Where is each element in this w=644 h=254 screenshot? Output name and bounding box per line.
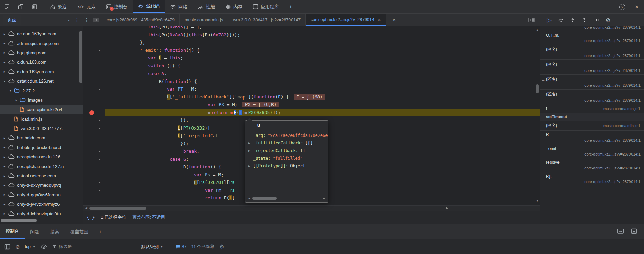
fold-gutter[interactable]: -: [95, 109, 105, 117]
code-line[interactable]: -switch (j) {: [83, 62, 540, 70]
scroll-left-icon[interactable]: ◀: [247, 197, 252, 200]
code-line[interactable]: -R(function() {: [83, 78, 540, 86]
tree-item-file[interactable]: core-optimi.kz2o4: [0, 105, 83, 114]
fold-gutter[interactable]: -: [95, 47, 105, 55]
popup-horizontal-scrollbar[interactable]: ◀ ▶: [247, 196, 327, 201]
tree-item-domain[interactable]: ▸hubble-js-bucket.nosd: [0, 143, 83, 152]
fold-gutter[interactable]: -: [95, 148, 105, 156]
tree-arrow-icon[interactable]: ▸: [2, 145, 7, 149]
editor-vertical-scrollbar[interactable]: ▲ ▼: [535, 26, 539, 205]
drawer-tab[interactable]: 覆盖范围: [65, 224, 94, 239]
tree-arrow-icon[interactable]: ▾: [2, 79, 7, 83]
tree-arrow-icon[interactable]: ▸: [2, 155, 7, 159]
tree-item-domain[interactable]: ▸only-d-gga8ys6farnnn: [0, 190, 83, 199]
log-level-selector[interactable]: 默认级别▼: [141, 244, 163, 250]
tree-arrow-icon[interactable]: ▸: [2, 174, 7, 178]
popup-property-row[interactable]: ▶_fullfilledCallback:[ƒ]: [245, 139, 328, 147]
tree-arrow-icon[interactable]: ▸: [2, 51, 7, 54]
code-line[interactable]: -var PX = M;PX = ƒ (U,R): [83, 101, 540, 109]
deactivate-breakpoints-icon[interactable]: ⊘: [603, 16, 613, 25]
pretty-print-icon[interactable]: { }: [87, 215, 95, 220]
file-tab[interactable]: music-corona.min.js: [180, 14, 228, 26]
tree-arrow-icon[interactable]: ▸: [2, 70, 7, 73]
call-stack-frame[interactable]: Rcore-optimi.kz2...js?v=2879014:1: [540, 131, 644, 144]
more-options-icon[interactable]: ⋯: [600, 4, 615, 10]
fold-gutter[interactable]: -: [95, 78, 105, 86]
tree-item-domain[interactable]: ▸hm.baidu.com: [0, 133, 83, 142]
tree-item-file[interactable]: wm.3.0.0_33d41777.: [0, 124, 83, 133]
tree-item-domain[interactable]: ▸necaptcha-nosdn.126.: [0, 152, 83, 161]
coverage-link[interactable]: 覆盖范围: 不适用: [132, 215, 165, 220]
device-toolbar-icon[interactable]: [14, 0, 28, 13]
close-tab-icon[interactable]: ×: [377, 17, 381, 22]
code-line[interactable]: -},: [83, 39, 540, 47]
call-stack-frame[interactable]: O.T..m.core-optimi.kz2...js?v=2879014:1: [540, 31, 644, 45]
file-tab[interactable]: core-optimi.kz2...n.js?v=2879014×: [306, 14, 386, 26]
tree-arrow-icon[interactable]: ▸: [2, 203, 7, 206]
fold-gutter[interactable]: -: [95, 116, 105, 124]
tree-item-domain[interactable]: ▸c.dun.163yun.com: [0, 67, 83, 76]
tree-item-domain[interactable]: ▸c.dun.163.com: [0, 57, 83, 67]
panel-tab-application[interactable]: 应用程序: [248, 0, 284, 13]
drawer-tab[interactable]: 问题: [25, 224, 45, 239]
scroll-down-icon[interactable]: ▼: [535, 199, 539, 203]
code-line[interactable]: -case A:: [83, 70, 540, 78]
panel-tab-network[interactable]: 网络: [165, 0, 193, 13]
drawer-tab[interactable]: 控制台: [0, 224, 25, 239]
step-over-icon[interactable]: [556, 16, 566, 25]
call-stack-frame[interactable]: core-optimi.kz2...js?v=2879014:1: [540, 26, 644, 31]
tree-item-domain[interactable]: ▸admin.qidian.qq.com: [0, 38, 83, 48]
inspect-icon[interactable]: [0, 0, 14, 13]
kebab-menu-icon[interactable]: ⋮: [83, 14, 90, 26]
tree-arrow-icon[interactable]: ▸: [2, 193, 7, 196]
close-devtools-icon[interactable]: ×: [629, 3, 644, 11]
scroll-up-icon[interactable]: ▲: [535, 28, 539, 32]
async-boundary-row[interactable]: setTimeout: [540, 113, 644, 121]
eye-icon[interactable]: [41, 244, 47, 249]
tree-item-domain[interactable]: ▸necaptcha.nosdn.127.n: [0, 161, 83, 171]
panel-tab-home[interactable]: 欢迎: [45, 0, 72, 13]
tree-item-domain[interactable]: ▾cstaticdun.126.net: [0, 76, 83, 86]
fold-gutter[interactable]: -: [95, 54, 105, 62]
expand-triangle-icon[interactable]: ▶: [248, 141, 253, 145]
call-stack-frame[interactable]: P.j.core-optimi.kz2...js?v=2879014:1: [540, 172, 644, 186]
fold-gutter[interactable]: -: [95, 187, 105, 195]
call-stack-frame[interactable]: (匿名)music-corona.min.js:1: [540, 121, 644, 131]
fold-gutter[interactable]: -: [95, 85, 105, 93]
code-line[interactable]: -this[Pu(0x655)] = j,: [83, 26, 540, 31]
tree-arrow-icon[interactable]: ▸: [2, 212, 7, 215]
fold-gutter[interactable]: -: [95, 70, 105, 78]
scroll-right-icon[interactable]: ▶: [446, 206, 448, 210]
call-stack-frame[interactable]: tmusic-corona.min.js:1: [540, 104, 644, 113]
call-stack-frame[interactable]: →(匿名)core-optimi.kz2...js?v=2879014:1: [540, 75, 644, 90]
sidebar-horizontal-scrollbar[interactable]: [1, 219, 37, 222]
tree-arrow-icon[interactable]: ▸: [2, 184, 7, 187]
code-line[interactable]: -L['_fullfilledCallback']['map'](functio…: [83, 93, 540, 101]
expand-triangle-icon[interactable]: ▶: [248, 164, 253, 168]
expand-triangle-icon[interactable]: ▶: [248, 149, 253, 152]
code-line[interactable]: -var L = this;: [83, 54, 540, 62]
scroll-left-icon[interactable]: ◀: [85, 206, 87, 210]
scrollbar-thumb[interactable]: [89, 207, 146, 210]
chevron-down-icon[interactable]: ▾: [68, 18, 70, 22]
tree-item-domain[interactable]: ▸ac.dun.163yun.com: [0, 29, 83, 38]
dock-drawer-icon[interactable]: [631, 228, 637, 235]
sidebar-vertical-scrollbar[interactable]: [79, 31, 82, 83]
scrollbar-thumb[interactable]: [252, 197, 277, 200]
fold-gutter[interactable]: -: [95, 194, 105, 202]
fold-gutter[interactable]: -: [95, 140, 105, 148]
fold-gutter[interactable]: -: [95, 179, 105, 187]
step-out-icon[interactable]: [580, 16, 589, 25]
clear-console-icon[interactable]: ⊘: [15, 244, 20, 250]
tree-item-domain[interactable]: ▸nstool.netease.com: [0, 171, 83, 180]
tree-item-domain[interactable]: ▸only-d-jv4vdxflvmlyz6: [0, 199, 83, 209]
tree-arrow-icon[interactable]: ▾: [8, 89, 13, 92]
tree-arrow-icon[interactable]: ▸: [14, 98, 19, 102]
editor-horizontal-scrollbar[interactable]: ◀ ▶: [83, 205, 540, 211]
tree-arrow-icon[interactable]: ▸: [2, 41, 7, 45]
tree-item-domain[interactable]: ▸bqq.gtimg.com: [0, 48, 83, 57]
code-line[interactable]: -'_emit': function(j) {: [83, 47, 540, 55]
tree-arrow-icon[interactable]: ▸: [2, 60, 7, 64]
help-icon[interactable]: ?: [615, 3, 629, 10]
kebab-menu-icon[interactable]: ⋮: [74, 17, 79, 23]
